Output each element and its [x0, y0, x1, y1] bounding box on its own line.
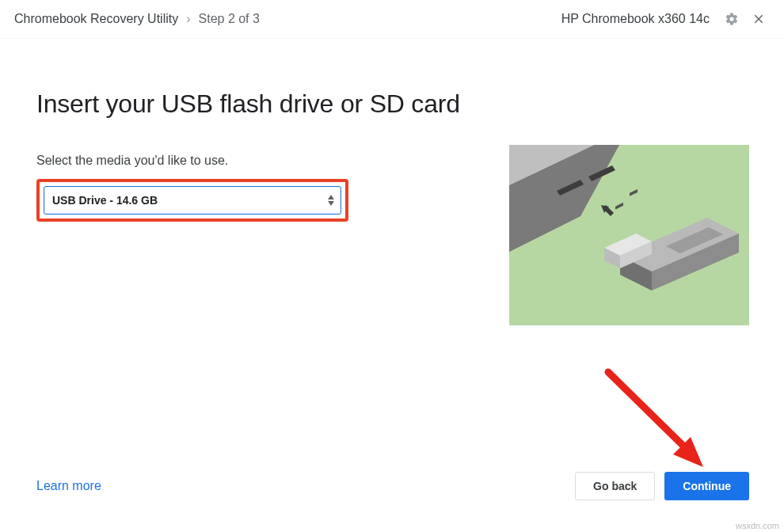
selected-media-value: USB Drive - 14.6 GB [52, 194, 158, 207]
prompt-text: Select the media you'd like to use. [36, 154, 478, 168]
header-bar: Chromebook Recovery Utility › Step 2 of … [0, 0, 784, 39]
page-title: Insert your USB flash drive or SD card [36, 89, 478, 119]
go-back-button[interactable]: Go back [575, 472, 655, 500]
settings-button[interactable] [721, 8, 743, 30]
close-icon [752, 13, 765, 25]
media-select[interactable]: USB Drive - 14.6 GB [44, 186, 341, 215]
dropdown-stepper-icon [328, 195, 334, 206]
gear-icon [725, 12, 739, 26]
svg-rect-15 [630, 189, 637, 196]
close-button[interactable] [748, 8, 770, 30]
svg-marker-19 [673, 437, 703, 467]
svg-line-18 [608, 372, 695, 458]
step-label: Step 2 of 3 [199, 12, 260, 26]
learn-more-link[interactable]: Learn more [36, 479, 101, 493]
app-title: Chromebook Recovery Utility [14, 12, 178, 26]
breadcrumb-separator: › [186, 12, 190, 26]
svg-rect-14 [615, 203, 623, 210]
continue-button[interactable]: Continue [664, 472, 749, 500]
usb-illustration [509, 145, 749, 325]
watermark: wsxdn.com [736, 521, 779, 530]
media-select-highlight: USB Drive - 14.6 GB [36, 179, 348, 222]
device-name: HP Chromebook x360 14c [561, 12, 710, 26]
